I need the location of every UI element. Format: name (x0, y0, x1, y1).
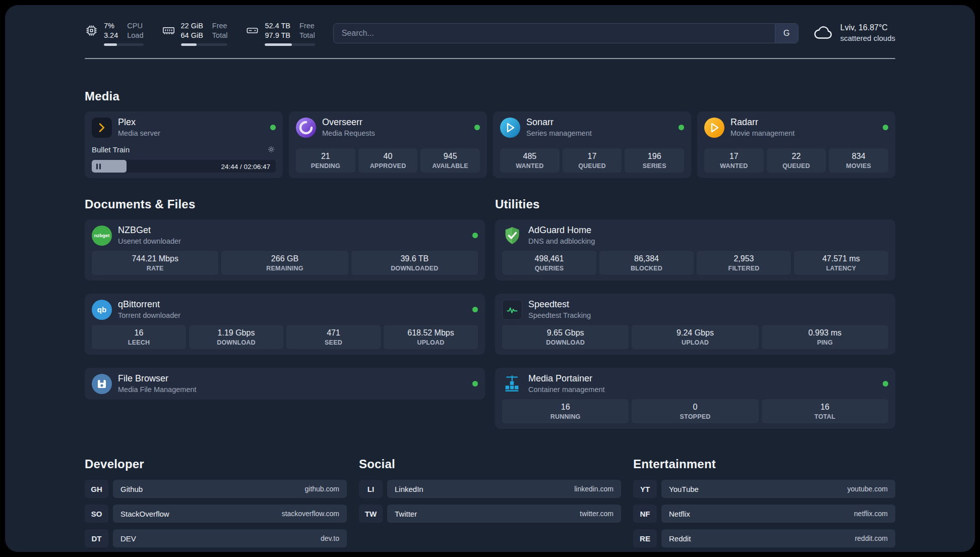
search-bar: G (333, 23, 799, 43)
youtube-badge[interactable]: YT (633, 480, 657, 498)
plex-app-link[interactable]: Plex Media server (92, 117, 276, 138)
top-bar: 7% CPU 3.24 Load 22 GiB (5, 5, 975, 46)
weather-condition: scattered clouds (840, 33, 895, 43)
status-dot (270, 125, 276, 130)
cpu-progress-bar (104, 43, 144, 46)
stat-wanted: 485 WANTED (500, 148, 560, 173)
app-desc: DNS and adblocking (528, 237, 595, 246)
github-badge[interactable]: GH (85, 480, 108, 498)
section-title-social: Social (359, 457, 621, 471)
cpu-load-label: Load (127, 31, 143, 40)
nzbget-app-link[interactable]: nzbget NZBGet Usenet downloader (92, 225, 478, 246)
github-link[interactable]: Github github.com (113, 480, 347, 498)
stat-value: 618.52 Mbps (386, 328, 476, 338)
storage-total-label: Total (299, 31, 315, 40)
stat-label: QUEUED (769, 162, 824, 170)
speedtest-app-link[interactable]: Speedtest Speedtest Tracking (502, 299, 888, 320)
stat-remaining: 266 GB REMAINING (221, 251, 348, 275)
stackoverflow-badge[interactable]: SO (85, 505, 108, 523)
stat-value: 16 (94, 328, 184, 338)
memory-total-value: 64 GiB (181, 31, 203, 40)
cloud-icon (813, 22, 834, 43)
stat-value: 17 (565, 152, 620, 161)
stackoverflow-link[interactable]: StackOverflow stackoverflow.com (113, 505, 347, 523)
dev-link[interactable]: DEV dev.to (113, 529, 347, 547)
netflix-link[interactable]: Netflix netflix.com (661, 505, 895, 523)
filebrowser-app-link[interactable]: File Browser Media File Management (92, 373, 478, 394)
stat-label: REMAINING (223, 265, 346, 272)
stat-value: 485 (502, 152, 558, 161)
bookmark-netflix: NF Netflix netflix.com (633, 505, 895, 523)
youtube-link[interactable]: YouTube youtube.com (661, 480, 895, 498)
overseerr-app-link[interactable]: Overseerr Media Requests (296, 117, 480, 138)
qbittorrent-icon: qb (92, 300, 112, 320)
linkedin-link[interactable]: LinkedIn linkedin.com (387, 480, 621, 498)
bookmark-name: StackOverflow (120, 510, 169, 518)
portainer-app-link[interactable]: Media Portainer Container management (502, 373, 888, 394)
weather-widget: Lviv, 16.87°C scattered clouds (813, 22, 895, 43)
stat-label: PING (764, 339, 886, 346)
stat-value: 39.6 TB (353, 254, 476, 263)
stat-value: 945 (422, 152, 478, 161)
stat-value: 9.24 Gbps (634, 328, 756, 338)
stat-label: STOPPED (634, 413, 756, 420)
section-title-entertainment: Entertainment (633, 457, 895, 471)
sonarr-app-link[interactable]: Sonarr Series management (500, 117, 684, 138)
playback-progress-bar[interactable]: 24:44 / 02:06:47 (92, 160, 276, 173)
social-list: LI LinkedIn linkedin.com TW Twitter twit… (359, 480, 621, 523)
dev-badge[interactable]: DT (85, 529, 108, 547)
bookmark-url: youtube.com (847, 485, 888, 493)
portainer-titles: Media Portainer Container management (528, 373, 605, 394)
overseerr-titles: Overseerr Media Requests (322, 117, 375, 138)
app-desc: Usenet downloader (118, 237, 181, 246)
memory-values: 22 GiB Free 64 GiB Total (181, 21, 228, 46)
bookmark-url: netflix.com (854, 510, 888, 518)
stat-value: 16 (504, 403, 627, 412)
radarr-card: Radarr Movie management 17 WANTED 22 QUE… (697, 112, 895, 178)
stat-total: 16 TOTAL (762, 399, 888, 423)
status-dot (472, 307, 478, 312)
plex-card: Plex Media server Bullet Train (85, 112, 283, 178)
stat-wanted: 17 WANTED (704, 148, 764, 173)
twitter-link[interactable]: Twitter twitter.com (387, 505, 621, 523)
search-input[interactable] (334, 29, 775, 38)
stat-label: QUEUED (565, 162, 620, 170)
stat-label: RATE (94, 265, 216, 272)
memory-icon (162, 24, 175, 37)
stat-label: DOWNLOAD (504, 339, 627, 346)
adguard-app-link[interactable]: AdGuard Home DNS and adblocking (502, 225, 888, 246)
bookmark-github: GH Github github.com (85, 480, 347, 498)
storage-progress-bar (265, 43, 315, 46)
stat-upload: 618.52 Mbps UPLOAD (384, 325, 478, 349)
app-desc: Torrent downloader (118, 311, 180, 320)
reddit-badge[interactable]: RE (633, 529, 657, 547)
linkedin-badge[interactable]: LI (359, 480, 383, 498)
utilities-section: Utilities (495, 197, 895, 429)
bookmark-name: Netflix (669, 510, 690, 518)
qbittorrent-titles: qBittorrent Torrent downloader (118, 299, 180, 320)
bookmark-url: github.com (305, 485, 339, 493)
bookmark-twitter: TW Twitter twitter.com (359, 505, 621, 523)
social-section: Social LI LinkedIn linkedin.com TW Twitt… (359, 457, 621, 547)
reddit-link[interactable]: Reddit reddit.com (661, 529, 895, 547)
portainer-stats: 16 RUNNING 0 STOPPED 16 TOTAL (502, 399, 888, 423)
memory-total-label: Total (212, 31, 228, 40)
pause-button[interactable] (96, 163, 101, 169)
twitter-badge[interactable]: TW (359, 505, 383, 523)
netflix-badge[interactable]: NF (633, 505, 657, 523)
radarr-stats: 17 WANTED 22 QUEUED 834 MOVIES (704, 148, 888, 173)
stat-label: RUNNING (504, 413, 627, 420)
memory-progress-fill (181, 43, 197, 46)
radarr-app-link[interactable]: Radarr Movie management (704, 117, 888, 138)
search-engine-button[interactable]: G (775, 24, 798, 43)
bookmark-dev: DT DEV dev.to (85, 529, 347, 547)
cpu-widget: 7% CPU 3.24 Load (85, 21, 144, 46)
section-title-media: Media (85, 89, 895, 103)
memory-widget: 22 GiB Free 64 GiB Total (162, 21, 228, 46)
qbittorrent-app-link[interactable]: qb qBittorrent Torrent downloader (92, 299, 478, 320)
player-settings-gear-icon[interactable] (267, 145, 276, 154)
app-desc: Container management (528, 385, 605, 394)
stat-value: 22 (769, 152, 824, 161)
dashboard: 7% CPU 3.24 Load 22 GiB (5, 5, 975, 552)
bookmark-url: stackoverflow.com (282, 510, 339, 518)
